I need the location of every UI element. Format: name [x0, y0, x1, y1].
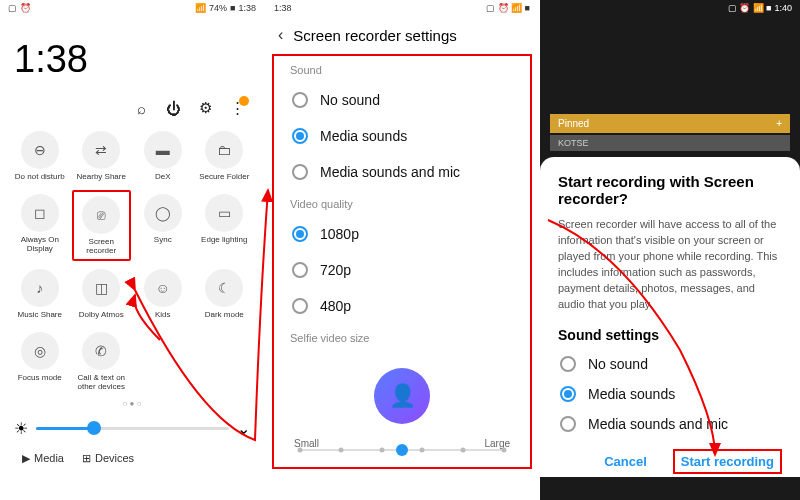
qs-toolbar: ⌕ ⏻ ⚙ ⋮: [0, 99, 264, 127]
quick-settings-panel: ▢ ⏰📶74%■1:38 1:38 ⌕ ⏻ ⚙ ⋮ ⊖Do not distur…: [0, 0, 264, 500]
radio-media-mic[interactable]: Media sounds and mic: [274, 154, 530, 190]
sound-settings-title: Sound settings: [558, 327, 782, 343]
dialog-body: Screen recorder will have access to all …: [558, 217, 782, 313]
radio-480p[interactable]: 480p: [274, 288, 530, 324]
radio-1080p[interactable]: 1080p: [274, 216, 530, 252]
brightness-icon: ☀: [14, 419, 28, 438]
search-icon[interactable]: ⌕: [132, 99, 150, 117]
tile-secure-folder[interactable]: 🗀Secure Folder: [195, 127, 255, 186]
cancel-button[interactable]: Cancel: [596, 449, 655, 474]
tile-dex[interactable]: ▬DeX: [133, 127, 193, 186]
bottom-tabs: ▶Media ⊞Devices: [0, 446, 264, 471]
tile-kids[interactable]: ☺Kids: [133, 265, 193, 324]
tile-edge-lighting[interactable]: ▭Edge lighting: [195, 190, 255, 262]
recording-dialog-panel: ▢ ⏰ 📶 ■1:40 Pinned+ KOTSE Start recordin…: [540, 0, 800, 500]
tile-dolby-atmos[interactable]: ◫Dolby Atmos: [72, 265, 132, 324]
brightness-slider[interactable]: [36, 427, 229, 430]
dlg-radio-media-mic[interactable]: Media sounds and mic: [558, 409, 782, 439]
tile-screen-recorder[interactable]: ⎚Screen recorder: [72, 190, 132, 262]
status-bar: ▢ ⏰ 📶 ■1:40: [540, 0, 800, 16]
settings-header: ‹ Screen recorder settings: [266, 16, 538, 54]
dlg-radio-media-sounds[interactable]: Media sounds: [558, 379, 782, 409]
more-icon[interactable]: ⋮: [228, 99, 246, 117]
selfie-section-label: Selfie video size: [274, 324, 530, 350]
tile-nearby-share[interactable]: ⇄Nearby Share: [72, 127, 132, 186]
power-icon[interactable]: ⏻: [164, 99, 182, 117]
tab-media[interactable]: ▶Media: [22, 452, 64, 465]
play-icon: ▶: [22, 452, 30, 465]
page-title: Screen recorder settings: [293, 27, 456, 44]
pinned-bar: Pinned+: [550, 114, 790, 133]
dialog-title: Start recording with Screen recorder?: [558, 173, 782, 207]
sound-section-label: Sound: [274, 56, 530, 82]
chevron-down-icon[interactable]: ⌄: [237, 419, 250, 438]
radio-720p[interactable]: 720p: [274, 252, 530, 288]
kotse-row: KOTSE: [550, 135, 790, 151]
video-section-label: Video quality: [274, 190, 530, 216]
back-icon[interactable]: ‹: [278, 26, 283, 44]
clock: 1:38: [0, 16, 264, 99]
tile-music-share[interactable]: ♪Music Share: [10, 265, 70, 324]
grid-icon: ⊞: [82, 452, 91, 465]
tile-dark-mode[interactable]: ☾Dark mode: [195, 265, 255, 324]
avatar-preview: 👤: [374, 368, 430, 424]
tile-dnd[interactable]: ⊖Do not disturb: [10, 127, 70, 186]
selfie-size-slider[interactable]: [300, 449, 504, 451]
tile-aod[interactable]: ◻Always On Display: [10, 190, 70, 262]
status-bar: 1:38▢ ⏰ 📶 ■: [266, 0, 538, 16]
start-recording-button[interactable]: Start recording: [673, 449, 782, 474]
radio-no-sound[interactable]: No sound: [274, 82, 530, 118]
tile-sync[interactable]: ◯Sync: [133, 190, 193, 262]
status-bar: ▢ ⏰📶74%■1:38: [0, 0, 264, 16]
radio-media-sounds[interactable]: Media sounds: [274, 118, 530, 154]
settings-panel: 1:38▢ ⏰ 📶 ■ ‹ Screen recorder settings S…: [266, 0, 538, 500]
tile-call-text[interactable]: ✆Call & text on other devices: [72, 328, 132, 396]
brightness-slider-row: ☀ ⌄: [0, 411, 264, 446]
dlg-radio-no-sound[interactable]: No sound: [558, 349, 782, 379]
tile-grid: ⊖Do not disturb ⇄Nearby Share ▬DeX 🗀Secu…: [0, 127, 264, 396]
start-recording-dialog: Start recording with Screen recorder? Sc…: [540, 157, 800, 477]
gear-icon[interactable]: ⚙: [196, 99, 214, 117]
tab-devices[interactable]: ⊞Devices: [82, 452, 134, 465]
tile-focus-mode[interactable]: ◎Focus mode: [10, 328, 70, 396]
